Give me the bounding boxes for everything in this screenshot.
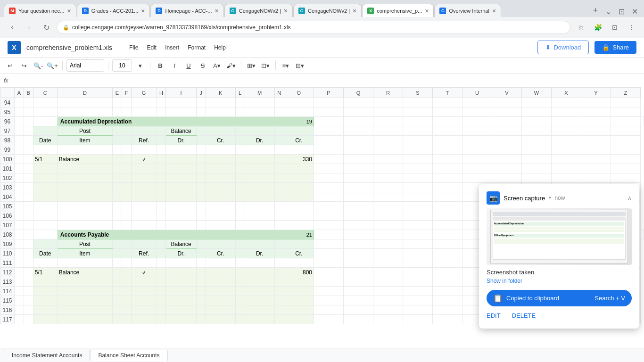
- cell-103-B[interactable]: [24, 183, 33, 192]
- cell-114-K[interactable]: [206, 287, 235, 296]
- cell-114-N[interactable]: [274, 287, 284, 296]
- cell-100-U[interactable]: [462, 155, 492, 164]
- cell-113-A[interactable]: [15, 277, 24, 287]
- cell-105-K[interactable]: [206, 202, 235, 211]
- cell-105-P[interactable]: [314, 202, 344, 211]
- browser-tab-t7[interactable]: G Overview Internal ×: [434, 4, 501, 17]
- cell-109-I[interactable]: Balance: [166, 239, 196, 249]
- cell-112-J[interactable]: [196, 268, 206, 277]
- cell-104-L[interactable]: [235, 192, 245, 202]
- cell-100-Z[interactable]: [611, 155, 640, 164]
- cell-115-S[interactable]: [403, 296, 432, 305]
- cell-98-L[interactable]: [235, 136, 245, 145]
- cell-95-U[interactable]: [462, 107, 492, 117]
- tab-list-button[interactable]: ⌄: [603, 6, 614, 17]
- cell-115-N[interactable]: [274, 296, 284, 305]
- col-header-a[interactable]: A: [15, 88, 24, 98]
- cell-104-A[interactable]: [15, 192, 24, 202]
- cell-105-O[interactable]: [284, 202, 314, 211]
- cell-108-N[interactable]: 21: [284, 230, 314, 239]
- cell-115-T[interactable]: [432, 296, 462, 305]
- cell-117-R[interactable]: [373, 315, 403, 324]
- cell-107-R[interactable]: [373, 221, 403, 230]
- cell-95-E[interactable]: [112, 107, 122, 117]
- cell-111-C[interactable]: [33, 258, 57, 268]
- cell-104-H[interactable]: [157, 192, 166, 202]
- cell-114-Q[interactable]: [343, 287, 373, 296]
- cell-97-W[interactable]: [521, 126, 551, 136]
- cell-106-T[interactable]: [432, 211, 462, 221]
- cell-102-E[interactable]: [112, 173, 122, 183]
- cell-105-E[interactable]: [112, 202, 122, 211]
- cell-97-T[interactable]: [432, 126, 462, 136]
- cell-111-T[interactable]: [432, 258, 462, 268]
- col-header-i[interactable]: I: [166, 88, 196, 98]
- cell-100-B[interactable]: [24, 155, 33, 164]
- text-color-button[interactable]: A▾: [211, 59, 223, 72]
- col-header-p[interactable]: P: [314, 88, 344, 98]
- cell-101-O[interactable]: [284, 164, 314, 173]
- cell-106-A[interactable]: [15, 211, 24, 221]
- extension-button[interactable]: 🧩: [591, 21, 604, 34]
- cell-114-H[interactable]: [157, 287, 166, 296]
- cell-101-E[interactable]: [112, 164, 122, 173]
- cell-102-I[interactable]: [166, 173, 196, 183]
- cell-94-N[interactable]: [274, 98, 284, 107]
- menu-help[interactable]: Help: [210, 42, 230, 53]
- cell-95-N[interactable]: [274, 107, 284, 117]
- cell-94-G[interactable]: [131, 98, 157, 107]
- cell-114-T[interactable]: [432, 287, 462, 296]
- cell-109-H[interactable]: [157, 239, 166, 249]
- cell-97-G[interactable]: [131, 126, 157, 136]
- undo-button[interactable]: ↩: [4, 59, 16, 72]
- cell-102-T[interactable]: [432, 173, 462, 183]
- col-header-j[interactable]: J: [196, 88, 206, 98]
- cell-100-H[interactable]: [157, 155, 166, 164]
- cell-102-Z[interactable]: [611, 173, 640, 183]
- cell-105-R[interactable]: [373, 202, 403, 211]
- col-header-o[interactable]: O: [284, 88, 314, 98]
- col-header-n[interactable]: N: [274, 88, 284, 98]
- cell-94-I[interactable]: [166, 98, 196, 107]
- cell-113-L[interactable]: [235, 277, 245, 287]
- cell-101-C[interactable]: [33, 164, 57, 173]
- cell-104-G[interactable]: [131, 192, 157, 202]
- cell-100-V[interactable]: [492, 155, 521, 164]
- cell-112-O[interactable]: 800: [284, 268, 314, 277]
- cell-109-R[interactable]: [373, 239, 403, 249]
- cell-98-F[interactable]: [122, 136, 131, 145]
- cell-105-N[interactable]: [274, 202, 284, 211]
- cell-97-Z[interactable]: [611, 126, 640, 136]
- italic-button[interactable]: I: [168, 59, 181, 72]
- cell-109-J[interactable]: [196, 239, 206, 249]
- cell-110-Q[interactable]: [343, 249, 373, 258]
- col-header-l[interactable]: L: [235, 88, 245, 98]
- cell-111-S[interactable]: [403, 258, 432, 268]
- cell-94-P[interactable]: [314, 98, 344, 107]
- cell-112-B[interactable]: [24, 268, 33, 277]
- bold-button[interactable]: B: [154, 59, 166, 72]
- cell-111-L[interactable]: [235, 258, 245, 268]
- cell-102-R[interactable]: [373, 173, 403, 183]
- cell-106-S[interactable]: [403, 211, 432, 221]
- cell-101-M[interactable]: [245, 164, 274, 173]
- menu-insert[interactable]: Insert: [161, 42, 183, 53]
- cell-114-J[interactable]: [196, 287, 206, 296]
- cell-103-P[interactable]: [314, 183, 344, 192]
- cell-101-P[interactable]: [314, 164, 344, 173]
- forward-button[interactable]: ›: [23, 21, 36, 34]
- cell-105-M[interactable]: [245, 202, 274, 211]
- cell-116-J[interactable]: [196, 305, 206, 315]
- cell-97-U[interactable]: [462, 126, 492, 136]
- cell-98-Z[interactable]: [611, 136, 640, 145]
- cell-115-J[interactable]: [196, 296, 206, 305]
- cell-95-O[interactable]: [284, 107, 314, 117]
- cell-106-F[interactable]: [122, 211, 131, 221]
- cell-98-A[interactable]: [15, 136, 24, 145]
- cell-111-F[interactable]: [122, 258, 131, 268]
- cell-109-L[interactable]: [235, 239, 245, 249]
- cell-99-K[interactable]: [206, 145, 235, 155]
- cell-117-L[interactable]: [235, 315, 245, 324]
- cell-115-D[interactable]: [57, 296, 112, 305]
- cell-110-A[interactable]: [15, 249, 24, 258]
